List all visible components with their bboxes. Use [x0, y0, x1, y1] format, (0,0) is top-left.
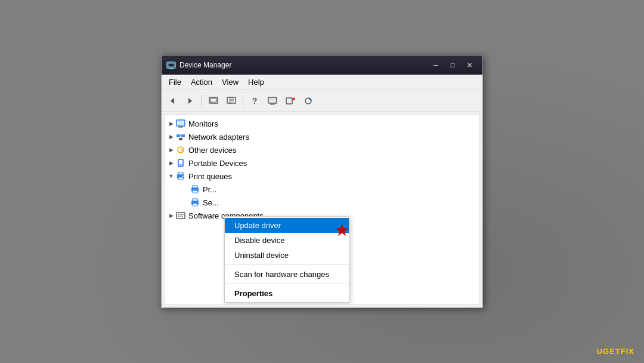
menu-view[interactable]: View [217, 76, 243, 89]
tree-item-monitors[interactable]: ▶ Monitors [165, 117, 479, 130]
icon-monitors [175, 119, 186, 128]
menu-bar: File Action View Help [162, 75, 482, 90]
svg-rect-7 [210, 99, 216, 102]
ctx-sep-1 [225, 264, 349, 265]
svg-rect-27 [177, 134, 180, 137]
menu-file[interactable]: File [164, 76, 186, 89]
svg-rect-38 [178, 177, 183, 180]
label-pr2: Se... [203, 198, 219, 207]
icon-software [175, 211, 186, 220]
svg-rect-2 [170, 68, 172, 69]
icon-other-devices: ? [175, 145, 186, 155]
svg-marker-4 [171, 98, 174, 104]
svg-rect-30 [179, 138, 182, 140]
icon-pr1 [190, 184, 200, 194]
title-bar: Device Manager ─ □ ✕ [162, 56, 482, 75]
toolbar-sep-1 [202, 95, 202, 107]
chevron-network: ▶ [167, 134, 175, 140]
device-tree: ▶ Monitors ▶ Network adapters ▶ ? Other … [165, 115, 479, 224]
svg-rect-13 [270, 99, 275, 102]
label-other: Other devices [188, 146, 236, 155]
ctx-scan-hardware[interactable]: Scan for hardware changes [225, 267, 349, 282]
update-driver-button[interactable] [223, 93, 240, 109]
tree-item-network[interactable]: ▶ Network adapters [165, 130, 479, 143]
svg-rect-42 [193, 190, 197, 193]
scan-button[interactable] [300, 93, 317, 109]
toolbar: ? [162, 90, 482, 112]
ctx-uninstall-device[interactable]: Uninstall device [225, 248, 349, 263]
tree-item-pr2[interactable]: Se... [165, 196, 479, 209]
help-button[interactable]: ? [246, 93, 263, 109]
label-portable: Portable Devices [188, 159, 247, 168]
forward-button[interactable] [182, 93, 199, 109]
display-button[interactable] [264, 93, 281, 109]
disable-button[interactable] [282, 93, 299, 109]
label-pr1: Pr... [203, 185, 216, 194]
chevron-printqueues: ▼ [167, 173, 175, 179]
ctx-update-driver[interactable]: Update driver [225, 218, 349, 233]
back-button[interactable] [164, 93, 181, 109]
chevron-monitors: ▶ [167, 121, 175, 127]
maximize-button[interactable]: □ [444, 57, 461, 73]
chevron-software: ▶ [167, 213, 175, 219]
menu-action[interactable]: Action [186, 76, 217, 89]
device-tree-content: ▶ Monitors ▶ Network adapters ▶ ? Other … [164, 114, 480, 305]
icon-pr2 [190, 198, 200, 207]
label-printqueues: Print queues [188, 172, 232, 181]
menu-help[interactable]: Help [243, 76, 269, 89]
chevron-portable: ▶ [167, 160, 175, 166]
svg-rect-17 [286, 98, 292, 104]
svg-point-35 [180, 165, 181, 167]
icon-portable [175, 158, 186, 168]
svg-rect-23 [178, 121, 184, 125]
svg-text:?: ? [180, 148, 183, 153]
tree-item-portable[interactable]: ▶ Portable Devices [165, 156, 479, 170]
chevron-other: ▶ [167, 147, 175, 153]
properties-button[interactable] [205, 93, 222, 109]
svg-marker-5 [188, 98, 192, 104]
toolbar-sep-2 [243, 95, 243, 107]
window-controls: ─ □ ✕ [428, 57, 478, 73]
label-monitors: Monitors [188, 119, 218, 128]
close-button[interactable]: ✕ [461, 57, 478, 73]
svg-rect-28 [181, 134, 185, 137]
svg-rect-1 [168, 63, 174, 67]
context-menu: Update driver Disable device Uninstall d… [224, 216, 349, 303]
icon-network [175, 132, 186, 141]
label-network: Network adapters [188, 133, 249, 141]
ctx-disable-device[interactable]: Disable device [225, 233, 349, 248]
watermark-text: UGETFIX [597, 347, 634, 356]
icon-printqueues [175, 171, 186, 181]
tree-item-printqueues[interactable]: ▼ Print queues [165, 170, 479, 183]
svg-rect-46 [177, 213, 185, 219]
tree-item-pr1[interactable]: Pr... [165, 183, 479, 196]
minimize-button[interactable]: ─ [428, 57, 444, 73]
svg-rect-3 [169, 69, 174, 69]
tree-item-other[interactable]: ▶ ? Other devices [165, 143, 479, 156]
ctx-properties[interactable]: Properties [225, 286, 349, 301]
window-icon [166, 60, 176, 70]
svg-point-39 [182, 176, 184, 177]
ctx-sep-2 [225, 284, 349, 284]
window-title: Device Manager [179, 61, 424, 69]
svg-rect-45 [193, 204, 197, 206]
svg-point-48 [178, 216, 179, 217]
device-manager-window: Device Manager ─ □ ✕ File Action View He… [161, 55, 483, 308]
